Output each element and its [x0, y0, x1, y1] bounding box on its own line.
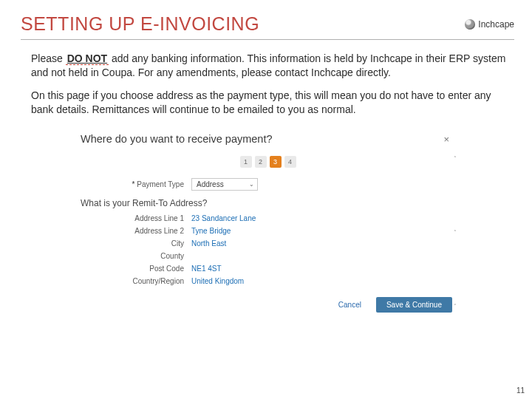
- brand-name: Inchcape: [478, 19, 514, 30]
- close-icon[interactable]: ×: [440, 133, 452, 146]
- addr1-value: 23 Sandancer Lane: [191, 214, 256, 222]
- postcode-value: NE1 4ST: [191, 265, 222, 273]
- scroll-indicator-column: ˄ ˄ ˅: [453, 155, 457, 310]
- emphasis-do-not: DO NOT: [66, 52, 109, 65]
- step-3[interactable]: 3: [270, 156, 282, 168]
- divider: [21, 39, 514, 40]
- payment-type-select[interactable]: Address ⌄: [191, 178, 258, 191]
- page-title: SETTING UP E-INVOICING: [21, 13, 259, 35]
- chevron-down-icon: ˅: [454, 303, 457, 310]
- cancel-button[interactable]: Cancel: [331, 297, 369, 313]
- city-value: North East: [191, 239, 226, 248]
- addr2-value: Tyne Bridge: [191, 227, 231, 235]
- chevron-up-icon: ˄: [454, 229, 457, 236]
- step-1[interactable]: 1: [240, 156, 252, 168]
- county-label: County: [81, 252, 191, 260]
- remit-to-heading: What is your Remit-To Address?: [81, 198, 455, 208]
- step-2[interactable]: 2: [255, 156, 267, 168]
- payment-modal: ˄ ˄ ˅ Where do you want to receive payme…: [80, 133, 455, 313]
- addr2-label: Address Line 2: [81, 227, 191, 235]
- paragraph-1: Please DO NOT add any banking informatio…: [31, 52, 507, 80]
- save-continue-button[interactable]: Save & Continue: [376, 297, 452, 313]
- chevron-up-icon: ˄: [454, 155, 457, 163]
- globe-icon: [465, 19, 475, 30]
- brand-logo: Inchcape: [465, 19, 514, 30]
- modal-title: Where do you want to receive payment?: [81, 133, 273, 145]
- paragraph-2: On this page if you choose address as th…: [31, 89, 507, 117]
- addr1-label: Address Line 1: [81, 214, 191, 222]
- city-label: City: [81, 239, 191, 248]
- payment-type-label: Payment Type: [81, 180, 191, 188]
- postcode-label: Post Code: [81, 265, 191, 273]
- country-label: Country/Region: [81, 277, 191, 285]
- wizard-stepper: 1 2 3 4: [81, 156, 455, 168]
- step-4[interactable]: 4: [284, 156, 296, 168]
- chevron-down-icon: ⌄: [249, 181, 254, 188]
- text-fragment: Please: [31, 52, 66, 64]
- country-value: United Kingdom: [191, 277, 244, 285]
- payment-type-value: Address: [197, 180, 240, 188]
- page-number: 11: [516, 386, 525, 395]
